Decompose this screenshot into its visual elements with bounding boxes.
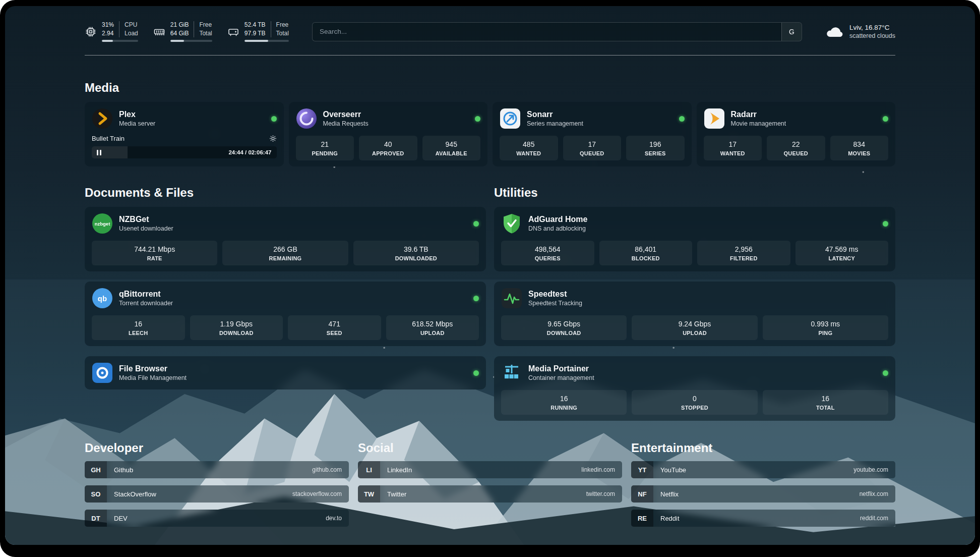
metric-separator — [271, 21, 271, 37]
linkedin-badge: LI — [358, 461, 380, 478]
stat-box: 618.52 MbpsUPLOAD — [386, 315, 479, 340]
link-youtube[interactable]: YT YouTubeyoutube.com — [631, 461, 895, 478]
app-name: qBittorrent — [119, 290, 173, 299]
section-developer: Developer GH Githubgithub.com SO StackOv… — [85, 441, 349, 527]
filebrowser-text: File Browser Media File Management — [119, 364, 187, 381]
section-title-media: Media — [85, 81, 895, 95]
filebrowser-card[interactable]: File Browser Media File Management — [85, 356, 486, 389]
link-name: Netflix — [660, 490, 679, 498]
nzbget-card[interactable]: nzbget NZBGet Usenet downloader 744.21 M… — [85, 207, 486, 271]
youtube-badge: YT — [631, 461, 653, 478]
qbittorrent-card[interactable]: qb qBittorrent Torrent downloader 16LEEC… — [85, 282, 486, 346]
ram-total-label: Total — [199, 30, 212, 38]
link-github[interactable]: GH Githubgithub.com — [85, 461, 349, 478]
pause-icon[interactable] — [97, 150, 101, 155]
stat-box: 22QUEUED — [767, 136, 825, 160]
svg-text:nzbget: nzbget — [95, 221, 110, 227]
plex-icon — [92, 108, 113, 129]
link-url: netflix.com — [860, 490, 888, 497]
plex-text: Plex Media server — [119, 110, 155, 127]
status-dot — [883, 370, 888, 376]
link-stackoverflow[interactable]: SO StackOverflowstackoverflow.com — [85, 485, 349, 503]
stat-box: 471SEED — [288, 315, 381, 340]
stackoverflow-badge: SO — [85, 485, 107, 503]
link-name: StackOverflow — [114, 490, 156, 498]
link-name: YouTube — [660, 466, 686, 474]
cpu-chip-icon — [85, 26, 97, 38]
disk-progress-fill — [244, 40, 269, 42]
weather-text: Lviv, 16.87°C scattered clouds — [849, 24, 895, 39]
link-netflix[interactable]: NF Netflixnetflix.com — [631, 485, 895, 503]
overseerr-card[interactable]: Overseerr Media Requests 21PENDING 40APP… — [289, 102, 488, 166]
link-name: Reddit — [660, 515, 680, 522]
sonarr-card[interactable]: Sonarr Series management 485WANTED 17QUE… — [493, 102, 692, 166]
adguard-stats: 498,564QUERIES 86,401BLOCKED 2,956FILTER… — [501, 241, 888, 265]
cpu-percent: 31% — [102, 21, 114, 29]
link-url: twitter.com — [586, 490, 615, 497]
link-url: reddit.com — [860, 515, 888, 522]
github-badge: GH — [85, 461, 107, 478]
search-input[interactable] — [313, 23, 781, 41]
stat-box: 2,956FILTERED — [697, 241, 790, 265]
link-url: github.com — [312, 466, 342, 473]
ram-free-label: Free — [199, 21, 212, 29]
stat-box: 16RUNNING — [501, 390, 627, 415]
status-dot — [473, 221, 479, 227]
radarr-text: Radarr Movie management — [731, 110, 786, 127]
weather-widget: Lviv, 16.87°C scattered clouds — [825, 24, 895, 39]
sonarr-text: Sonarr Series management — [527, 110, 583, 127]
stat-box: 498,564QUERIES — [501, 241, 594, 265]
section-entertainment: Entertainment YT YouTubeyoutube.com NF N… — [631, 441, 895, 527]
nzbget-icon: nzbget — [92, 213, 113, 234]
app-subtitle: Movie management — [731, 120, 786, 127]
dashboard-window: 31% 2.94 CPU Load — [0, 0, 980, 557]
overseerr-text: Overseerr Media Requests — [323, 110, 369, 127]
app-subtitle: Media Requests — [323, 120, 369, 127]
link-dev[interactable]: DT DEVdev.to — [85, 510, 349, 527]
speedtest-card[interactable]: Speedtest Speedtest Tracking 9.65 GbpsDO… — [494, 282, 895, 346]
stat-box: 9.65 GbpsDOWNLOAD — [501, 315, 627, 340]
app-subtitle: DNS and adblocking — [528, 225, 587, 232]
playback-progress-bar[interactable]: 24:44 / 02:06:47 — [92, 146, 277, 158]
app-subtitle: Series management — [527, 120, 583, 127]
search-engine-button[interactable]: G — [781, 23, 802, 41]
disk-total-label: Total — [276, 30, 289, 38]
app-subtitle: Media File Management — [119, 374, 187, 381]
app-name: AdGuard Home — [528, 215, 587, 224]
cpu-metric-body: 31% 2.94 CPU Load — [102, 21, 138, 42]
radarr-card[interactable]: Radarr Movie management 17WANTED 22QUEUE… — [697, 102, 896, 166]
section-title-documents: Documents & Files — [85, 186, 486, 200]
search-bar: G — [312, 22, 802, 41]
settings-gear-icon[interactable] — [269, 135, 277, 142]
stat-box: 0.993 msPING — [763, 315, 888, 340]
stat-box: 86,401BLOCKED — [599, 241, 693, 265]
stat-box: 17WANTED — [704, 136, 762, 160]
now-playing-title: Bullet Train — [92, 135, 125, 142]
stat-box: 17QUEUED — [563, 136, 622, 160]
plex-card[interactable]: Plex Media server Bullet Train — [85, 102, 284, 166]
section-title-social: Social — [358, 441, 622, 455]
adguard-card[interactable]: AdGuard Home DNS and adblocking 498,564Q… — [494, 207, 895, 271]
cpu-load-value: 2.94 — [102, 30, 114, 38]
reddit-badge: RE — [631, 510, 653, 527]
link-url: stackoverflow.com — [292, 490, 342, 497]
stat-box: 196SERIES — [626, 136, 685, 160]
status-dot — [883, 221, 888, 227]
dashboard-content: 31% 2.94 CPU Load — [5, 6, 975, 545]
link-reddit[interactable]: RE Redditreddit.com — [631, 510, 895, 527]
overseerr-icon — [296, 108, 317, 129]
status-dot — [271, 116, 277, 122]
overseerr-stats: 21PENDING 40APPROVED 945AVAILABLE — [296, 136, 481, 160]
link-linkedin[interactable]: LI LinkedInlinkedin.com — [358, 461, 622, 478]
section-utilities: Utilities AdGuard Home DNS and adblockin… — [494, 186, 895, 421]
stat-box: 9.24 GbpsUPLOAD — [632, 315, 757, 340]
app-name: Media Portainer — [528, 364, 594, 373]
qbittorrent-text: qBittorrent Torrent downloader — [119, 290, 173, 307]
portainer-card[interactable]: Media Portainer Container management 16R… — [494, 356, 895, 421]
link-twitter[interactable]: TW Twittertwitter.com — [358, 485, 622, 503]
status-dot — [473, 296, 479, 301]
link-name: Github — [114, 466, 133, 474]
dev-badge: DT — [85, 510, 107, 527]
status-dot — [475, 116, 480, 122]
app-name: File Browser — [119, 364, 187, 373]
